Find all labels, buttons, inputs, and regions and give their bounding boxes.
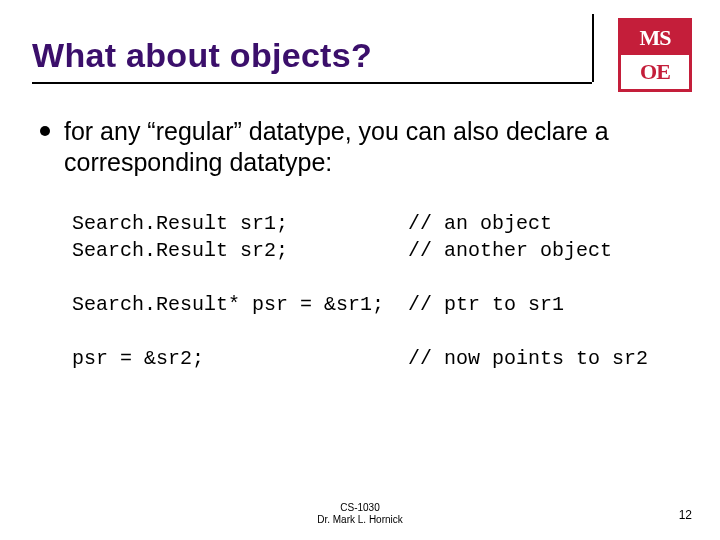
logo-top-text: MS <box>640 25 671 51</box>
bullet-text: for any “regular” datatype, you can also… <box>64 116 680 179</box>
page-number: 12 <box>679 508 692 522</box>
code-line-1: Search.Result sr1; // an object <box>72 212 552 235</box>
msoe-logo: MS OE <box>618 18 692 92</box>
footer-course: CS-1030 <box>0 502 720 514</box>
code-line-4: Search.Result* psr = &sr1; // ptr to sr1 <box>72 293 564 316</box>
slide-title: What about objects? <box>32 36 592 75</box>
bullet-icon <box>40 126 50 136</box>
logo-top: MS <box>618 18 692 55</box>
header-divider <box>592 14 594 82</box>
logo-bottom-text: OE <box>640 59 670 85</box>
bullet-block: for any “regular” datatype, you can also… <box>40 116 680 179</box>
title-wrap: What about objects? <box>32 36 592 75</box>
footer-author: Dr. Mark L. Hornick <box>0 514 720 526</box>
bullet-row: for any “regular” datatype, you can also… <box>40 116 680 179</box>
code-line-2: Search.Result sr2; // another object <box>72 239 612 262</box>
code-block: Search.Result sr1; // an object Search.R… <box>72 210 648 372</box>
logo-bottom: OE <box>618 55 692 92</box>
footer: CS-1030 Dr. Mark L. Hornick <box>0 502 720 526</box>
code-line-6: psr = &sr2; // now points to sr2 <box>72 347 648 370</box>
title-underline <box>32 82 592 84</box>
